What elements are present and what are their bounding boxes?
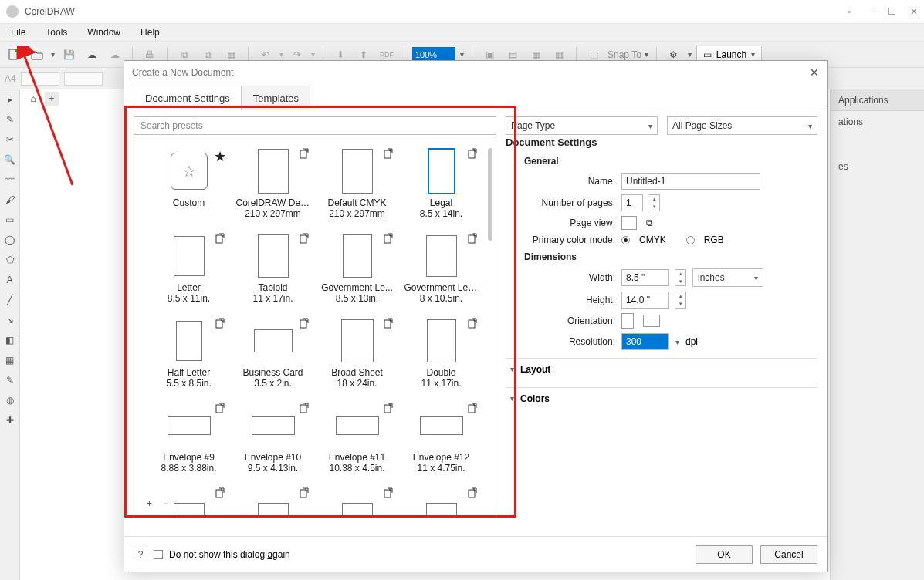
menu-file[interactable]: File: [11, 27, 25, 38]
search-input[interactable]: Search presets: [134, 116, 496, 135]
polygon-tool[interactable]: ⬠: [3, 253, 17, 267]
orient-label: Orientation:: [524, 315, 615, 326]
artistic-tool[interactable]: 🖌: [3, 193, 17, 207]
preset-item-19[interactable]: [402, 487, 480, 518]
colors-section[interactable]: ▾Colors: [506, 387, 817, 409]
page-type-dropdown[interactable]: Page Type▾: [506, 116, 658, 135]
connector-tool[interactable]: ↘: [3, 313, 17, 327]
minimize-icon[interactable]: —: [865, 6, 874, 17]
rgb-radio[interactable]: [686, 236, 695, 244]
preset-envelope-12[interactable]: Envelope #1211 x 4.75in.: [402, 403, 480, 480]
page-sizes-dropdown[interactable]: All Page Sizes▾: [667, 116, 817, 135]
preset-item-17[interactable]: [234, 487, 312, 518]
shape-tool[interactable]: ✎: [3, 113, 17, 126]
preset-legal[interactable]: Legal8.5 x 14in.: [402, 148, 480, 225]
close-window-icon[interactable]: ✕: [910, 6, 918, 17]
preset-letter[interactable]: Letter8.5 x 11in.: [150, 233, 228, 310]
shadow-tool[interactable]: ◧: [3, 333, 17, 347]
width-spinner[interactable]: ▴▾: [675, 269, 686, 286]
rectangle-tool[interactable]: ▭: [3, 213, 17, 227]
width-field[interactable]: 8.5 ": [621, 269, 669, 286]
preset-envelope-10[interactable]: Envelope #109.5 x 4.13in.: [234, 403, 312, 480]
preset-scrollbar[interactable]: [488, 148, 492, 241]
cloud-button[interactable]: ☁: [83, 46, 101, 64]
transparency-tool[interactable]: ▦: [3, 353, 17, 367]
freehand-tool[interactable]: 〰: [3, 173, 17, 187]
create-document-dialog: Create a New Document ✕ Document Setting…: [124, 60, 828, 572]
preset-size: 10.38 x 4.5in.: [329, 463, 384, 474]
menu-tools[interactable]: Tools: [46, 27, 67, 38]
preset-name: Tabloid: [258, 282, 287, 293]
page-view-single[interactable]: [621, 216, 637, 230]
preset-double[interactable]: Double11 x 17in.: [402, 318, 480, 395]
dialog-close-icon[interactable]: ✕: [810, 66, 819, 79]
maximize-icon[interactable]: ☐: [888, 6, 896, 17]
preset-tabloid[interactable]: Tabloid11 x 17in.: [234, 233, 312, 310]
cancel-button[interactable]: Cancel: [760, 545, 817, 564]
cmyk-radio[interactable]: [621, 236, 630, 244]
remove-preset-button[interactable]: −: [163, 498, 168, 509]
preset-name: Default CMYK: [327, 197, 386, 208]
preset-broad-sheet[interactable]: Broad Sheet18 x 24in.: [318, 318, 396, 395]
menu-help[interactable]: Help: [140, 27, 160, 38]
eyedropper-tool[interactable]: ✎: [3, 373, 17, 387]
zoom-tool[interactable]: 🔍: [3, 153, 17, 167]
smartfill-tool[interactable]: ✚: [3, 413, 17, 427]
preset-name: Business Card: [242, 367, 303, 378]
preset-item-18[interactable]: [318, 487, 396, 518]
add-tab[interactable]: +: [45, 92, 59, 106]
preset-type-icon: [214, 233, 226, 245]
menu-window[interactable]: Window: [87, 27, 120, 38]
preset-envelope-9[interactable]: Envelope #98.88 x 3.88in.: [150, 403, 228, 480]
pages-field[interactable]: 1: [621, 194, 643, 211]
dimension-tool[interactable]: ╱: [3, 293, 17, 307]
layout-section[interactable]: ▾Layout: [506, 358, 817, 379]
pages-spinner[interactable]: ▴▾: [649, 194, 660, 211]
preset-envelope-11[interactable]: Envelope #1110.38 x 4.5in.: [318, 403, 396, 480]
snap-to-dropdown[interactable]: Snap To ▾: [608, 49, 648, 60]
tab-document-settings[interactable]: Document Settings: [134, 86, 242, 110]
applications-tab[interactable]: Applications: [831, 89, 924, 111]
height-spinner[interactable]: ▴▾: [675, 292, 686, 309]
page-view-facing[interactable]: ⧉: [646, 218, 653, 228]
new-document-button[interactable]: [5, 46, 23, 64]
help-button[interactable]: ?: [134, 548, 147, 561]
preset-government-let-[interactable]: Government Let...8 x 10.5in.: [402, 233, 480, 310]
ok-button[interactable]: OK: [696, 545, 753, 564]
dont-show-checkbox[interactable]: [154, 550, 163, 559]
add-preset-button[interactable]: +: [147, 498, 152, 509]
orient-landscape[interactable]: [643, 315, 660, 327]
preset-half-letter[interactable]: Half Letter5.5 x 8.5in.: [150, 318, 228, 395]
name-field[interactable]: Untitled-1: [621, 173, 760, 190]
preset-name: Broad Sheet: [331, 367, 383, 378]
app-icon: [6, 5, 19, 18]
preset-custom[interactable]: ★☆Custom: [150, 148, 228, 225]
text-tool[interactable]: A: [3, 273, 17, 287]
preset-government-le-[interactable]: Government Le...8.5 x 13in.: [318, 233, 396, 310]
docker-item-2[interactable]: es: [831, 156, 924, 177]
preset-coreldraw-def-[interactable]: CorelDRAW Def...210 x 297mm: [234, 148, 312, 225]
units-dropdown[interactable]: inches▾: [692, 268, 763, 287]
zoom-dropdown-icon[interactable]: ▾: [460, 50, 464, 59]
home-tab[interactable]: ⌂: [25, 92, 42, 106]
open-button[interactable]: [28, 46, 46, 64]
preset-type-icon: [466, 148, 479, 160]
preset-type-icon: [382, 148, 394, 160]
docker-item-1[interactable]: ations: [831, 111, 924, 133]
pick-tool[interactable]: ▸: [3, 93, 17, 106]
preset-size: 210 x 297mm: [245, 208, 301, 219]
crop-tool[interactable]: ✂: [3, 133, 17, 147]
resolution-field[interactable]: 300: [621, 333, 669, 350]
open-dropdown-icon[interactable]: ▾: [51, 50, 55, 59]
fill-tool[interactable]: ◍: [3, 393, 17, 407]
orient-portrait[interactable]: [621, 313, 634, 329]
ellipse-tool[interactable]: ◯: [3, 233, 17, 247]
preset-business-card[interactable]: Business Card3.5 x 2in.: [234, 318, 312, 395]
account-icon[interactable]: ▫: [848, 6, 851, 17]
preset-default-cmyk[interactable]: Default CMYK210 x 297mm: [318, 148, 396, 225]
height-field[interactable]: 14.0 ": [621, 292, 669, 309]
tab-templates[interactable]: Templates: [242, 86, 310, 110]
resolution-dropdown-icon[interactable]: ▾: [675, 338, 679, 346]
preset-size: 5.5 x 8.5in.: [166, 378, 212, 389]
page-preset-field: A4: [5, 73, 16, 84]
